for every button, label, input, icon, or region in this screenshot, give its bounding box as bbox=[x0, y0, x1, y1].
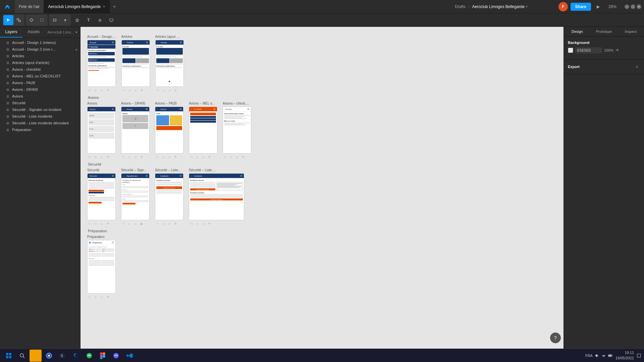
layer-item-accueil2[interactable]: ⊞ Accueil - Design 2 (non r... ▸ bbox=[0, 46, 80, 53]
frame-thumb-accueil[interactable]: Accueil ⊙ ☰ Aeroclub Dernières publicati… bbox=[87, 40, 116, 87]
layer-item-securite-signaler[interactable]: ⊞ Sécurité - Signaler un incident bbox=[0, 106, 80, 113]
frame-thumb-avions-pa28[interactable]: ← Avions ⊙ PA28 bbox=[155, 107, 183, 154]
assets-tab[interactable]: Assets bbox=[22, 27, 45, 38]
bookmark-icon[interactable]: ♡ bbox=[87, 88, 92, 93]
frame-tool[interactable] bbox=[26, 15, 37, 25]
help-button[interactable]: ? bbox=[550, 333, 561, 343]
maximize-button[interactable]: □ bbox=[631, 4, 635, 9]
layer-item-avions-pa28[interactable]: ⊞ Avions - PA28 bbox=[0, 79, 80, 86]
new-tab-button[interactable]: + bbox=[110, 2, 119, 11]
frame-thumb-securite-liste[interactable]: ← Incidents ⊙ Incidents récents Incident… bbox=[155, 173, 183, 220]
inspect-icon[interactable]: ○ bbox=[201, 155, 206, 160]
inspect-icon[interactable]: ○ bbox=[99, 295, 104, 300]
more-icon[interactable]: ? bbox=[105, 295, 110, 300]
more-icon[interactable]: ? bbox=[105, 88, 110, 93]
bookmark-icon[interactable]: ♡ bbox=[121, 155, 126, 160]
inspect-icon[interactable]: ○ bbox=[99, 88, 104, 93]
frame-thumb-avions-mel[interactable]: ← F-XXXX ⊙ bbox=[189, 107, 217, 154]
drafts-link[interactable]: Drafts bbox=[455, 4, 466, 9]
more-icon[interactable]: ? bbox=[139, 155, 144, 160]
more-icon[interactable]: ? bbox=[207, 155, 212, 160]
comment-icon[interactable]: ○ bbox=[161, 222, 166, 226]
notification-icon[interactable] bbox=[637, 353, 641, 358]
visibility-icon[interactable]: 👁 bbox=[615, 48, 620, 53]
comment-icon[interactable]: ○ bbox=[161, 155, 166, 160]
bookmark-icon[interactable]: ♡ bbox=[87, 295, 92, 300]
layer-item-securite-liste[interactable]: ⊞ Sécurité - Liste incidents bbox=[0, 113, 80, 120]
inspect-icon[interactable]: ○ bbox=[167, 222, 172, 226]
bookmark-icon[interactable]: ♡ bbox=[155, 88, 160, 93]
background-color-swatch[interactable] bbox=[568, 48, 573, 53]
comment-icon[interactable]: ○ bbox=[229, 155, 233, 160]
more-icon[interactable]: ? bbox=[140, 88, 144, 93]
comment-icon[interactable]: ○ bbox=[161, 88, 166, 93]
layers-tab[interactable]: Layers bbox=[0, 27, 22, 38]
move-tool[interactable] bbox=[3, 15, 13, 25]
bookmark-icon[interactable]: ♡ bbox=[155, 222, 160, 226]
inspect-icon[interactable]: ○ bbox=[167, 88, 172, 93]
comment-icon[interactable]: ○ bbox=[93, 155, 98, 160]
export-add-button[interactable]: + bbox=[634, 64, 640, 70]
windows-start-icon[interactable] bbox=[3, 350, 15, 362]
canvas-area[interactable]: Accueil – Design ... Accueil ⊙ ☰ Aeroclu… bbox=[80, 27, 564, 349]
more-icon[interactable]: ? bbox=[207, 222, 212, 226]
page-dropdown[interactable]: Aeroclub Limo... ▾ bbox=[45, 27, 80, 38]
more-icon[interactable]: ? bbox=[173, 222, 178, 226]
bookmark-icon[interactable]: ♡ bbox=[155, 155, 160, 160]
share-button[interactable]: Share bbox=[571, 3, 591, 11]
active-tab[interactable]: Aeroclub Limoges Bellegarde ✕ bbox=[44, 0, 110, 13]
figma-taskbar-icon[interactable] bbox=[97, 350, 109, 362]
minimize-button[interactable]: — bbox=[625, 4, 629, 9]
slice-tool[interactable] bbox=[37, 15, 47, 25]
inspect-icon[interactable]: ○ bbox=[167, 155, 172, 160]
comment-icon[interactable]: ○ bbox=[93, 295, 98, 300]
bookmark-icon[interactable]: ♡ bbox=[87, 155, 92, 160]
more-icon[interactable]: ? bbox=[105, 155, 110, 160]
more-icon[interactable]: ? bbox=[241, 155, 246, 160]
rectangle-tool[interactable] bbox=[50, 15, 60, 25]
inspect-icon[interactable]: ○ bbox=[133, 222, 138, 226]
inspect-tab[interactable]: Inspect bbox=[617, 27, 644, 36]
vscode-icon[interactable] bbox=[123, 350, 136, 362]
layer-item-avions-dr400[interactable]: ⊞ Avions - DR400 bbox=[0, 86, 80, 93]
design-tab[interactable]: Design bbox=[564, 27, 591, 36]
inspect-icon[interactable]: ○ bbox=[133, 155, 138, 160]
comment-icon[interactable]: ○ bbox=[93, 88, 98, 93]
bookmark-icon[interactable]: ♡ bbox=[223, 155, 227, 160]
frame-thumb-avions-dr400[interactable]: ← Avions ⊙ DR400 ✈ ✈ bbox=[121, 107, 150, 154]
close-tab-icon[interactable]: ✕ bbox=[103, 5, 105, 8]
layer-item-avions-mel[interactable]: ⊞ Avions - MEL ou CHECKLIST bbox=[0, 73, 80, 79]
steam-icon[interactable]: S bbox=[56, 350, 68, 362]
frame-thumb-securite-liste-deroulant[interactable]: ← Incidents ⊙ Incidents récents bbox=[189, 173, 244, 220]
zoom-level[interactable]: 26% bbox=[606, 4, 619, 9]
inspect-icon[interactable]: ○ bbox=[201, 222, 206, 226]
background-color-input[interactable] bbox=[575, 47, 602, 53]
comment-icon[interactable]: ○ bbox=[93, 222, 98, 226]
home-icon[interactable] bbox=[3, 2, 12, 11]
more-icon[interactable]: ? bbox=[105, 222, 110, 226]
frame-thumb-articles[interactable]: ← Articles ⊙ À la une bbox=[121, 40, 150, 87]
frame-thumb-avions[interactable]: Avions ⊙ DR400 PA28 CT10 EV96 bbox=[87, 107, 116, 154]
layer-item-articles-ajout[interactable]: ⊞ Articles (ajout d'article) bbox=[0, 59, 80, 66]
frame-thumb-articles-ajout[interactable]: ← Articles ⊙ À la une bbox=[155, 40, 184, 87]
layer-item-avions[interactable]: ⊞ Avions bbox=[0, 93, 80, 100]
bookmark-icon[interactable]: ♡ bbox=[121, 222, 126, 226]
more-icon[interactable]: ? bbox=[173, 155, 178, 160]
comment-icon[interactable]: ○ bbox=[195, 155, 200, 160]
project-name[interactable]: Aeroclub Limoges Bellegarde ▾ bbox=[472, 4, 528, 9]
layer-item-avions-checklist[interactable]: ⊞ Avions - checklist bbox=[0, 66, 80, 73]
inspect-icon[interactable]: ○ bbox=[235, 155, 239, 160]
layer-item-accueil1[interactable]: ⊞ Accueil - Design 1 (retenu) bbox=[0, 39, 80, 46]
shapes-dropdown[interactable]: ▾ bbox=[60, 15, 70, 25]
comment-icon[interactable]: ○ bbox=[127, 155, 132, 160]
chrome-icon[interactable] bbox=[43, 350, 55, 362]
comment-icon[interactable]: ○ bbox=[195, 222, 200, 226]
frame-thumb-avions-checklist[interactable]: Checklist ⊙ Avant démarrage moteur Mise … bbox=[223, 107, 251, 154]
inactive-tab[interactable]: Fete de l'air bbox=[15, 0, 44, 13]
bookmark-icon[interactable]: ♡ bbox=[87, 222, 92, 226]
hand-tool[interactable] bbox=[95, 15, 105, 25]
comment-tool[interactable] bbox=[106, 15, 116, 25]
frame-thumb-securite[interactable]: Sécurité ⊙ Derniers incidents À la une bbox=[87, 173, 116, 220]
comment-icon[interactable]: ○ bbox=[127, 222, 132, 226]
close-button[interactable]: ✕ bbox=[637, 4, 641, 9]
